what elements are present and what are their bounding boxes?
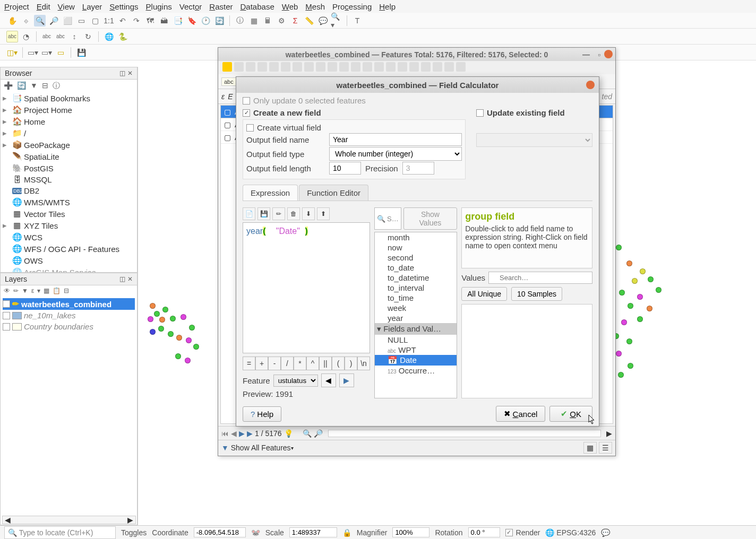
close-icon[interactable]: ✕ <box>127 69 133 77</box>
new-bookmark-icon[interactable]: 📑 <box>172 15 184 27</box>
coordinate-input[interactable] <box>194 527 246 537</box>
update-existing-check[interactable]: Update existing field <box>476 108 592 117</box>
values-search[interactable] <box>488 272 592 284</box>
add-icon[interactable]: ➕ <box>4 81 13 91</box>
export-icon[interactable]: ⬆ <box>317 207 330 220</box>
tab-function-editor[interactable]: Function Editor <box>299 185 368 201</box>
menu-processing[interactable]: Processing <box>332 2 372 11</box>
values-list[interactable] <box>461 304 592 398</box>
new-map-icon[interactable]: 🗺 <box>144 15 156 27</box>
op-minus[interactable]: - <box>268 357 281 370</box>
undock-icon[interactable]: ◫ <box>119 69 125 77</box>
hide-label-icon[interactable]: abc <box>55 31 66 42</box>
rotate-label-icon[interactable]: ↻ <box>82 31 94 42</box>
select-icon[interactable]: ◫▾ <box>6 47 18 58</box>
highlight-icon[interactable]: 💡 <box>284 429 293 438</box>
op-mul[interactable]: * <box>294 357 306 370</box>
main-menubar[interactable]: Project Edit View Layer Settings Plugins… <box>0 0 756 13</box>
layers-tree[interactable]: ✓ ✏ waterbeetles_combined ne_10m_lakes C… <box>0 296 138 525</box>
menu-web[interactable]: Web <box>282 2 298 11</box>
edit-icon[interactable] <box>222 62 232 72</box>
op-eq[interactable]: = <box>243 357 255 370</box>
menu-view[interactable]: View <box>58 2 75 11</box>
function-tree[interactable]: month now second to_date to_datetime to_… <box>374 232 457 398</box>
new-3d-icon[interactable]: 🏔 <box>158 15 170 27</box>
op-div[interactable]: / <box>281 357 294 370</box>
func-item[interactable]: week <box>375 303 457 313</box>
field-item[interactable]: abc WPT <box>375 345 457 355</box>
scrollbar[interactable] <box>328 430 601 437</box>
pan-icon[interactable]: ✋ <box>6 15 18 27</box>
zoom-next-icon[interactable]: ↷ <box>131 15 142 27</box>
menu-database[interactable]: Database <box>240 2 274 11</box>
text-annotation-icon[interactable]: T <box>351 15 363 27</box>
cancel-button[interactable]: ✖Cancel <box>496 406 546 422</box>
op-plus[interactable]: + <box>255 357 268 370</box>
menu-help[interactable]: Help <box>379 2 396 11</box>
zoom-last-icon[interactable]: ↶ <box>117 15 128 27</box>
clear-icon[interactable]: 📄 <box>243 207 255 220</box>
label-icon[interactable]: abc <box>6 31 18 42</box>
delete-expr-icon[interactable]: 🗑 <box>287 207 300 220</box>
pin-label-icon[interactable]: abc <box>41 31 53 42</box>
locate-input[interactable]: 🔍 Type to locate (Ctrl+K) <box>4 526 116 539</box>
menu-vector[interactable]: Vector <box>179 2 202 11</box>
measure-icon[interactable]: 📏 <box>303 15 315 27</box>
rotation-input[interactable] <box>468 527 500 537</box>
osm-icon[interactable]: 🌐 <box>103 31 115 42</box>
crs-button[interactable]: 🌐 EPSG:4326 <box>545 528 596 537</box>
layer-item[interactable]: ne_10m_lakes <box>3 310 135 321</box>
diagram-icon[interactable]: ◔ <box>20 31 32 42</box>
func-item[interactable]: second <box>375 253 457 263</box>
op-pow[interactable]: ^ <box>306 357 319 370</box>
ten-samples-button[interactable]: 10 Samples <box>511 287 562 301</box>
next-icon[interactable]: ▶ <box>247 429 253 438</box>
save-edits-icon[interactable]: 💾 <box>75 47 87 58</box>
magnifier-input[interactable] <box>392 527 429 537</box>
func-item[interactable]: to_date <box>375 263 457 273</box>
messages-icon[interactable]: 💬 <box>601 528 610 537</box>
output-field-name-input[interactable] <box>329 133 462 146</box>
temporal-icon[interactable]: 🕐 <box>200 15 211 27</box>
browser-tree[interactable]: ▸📑Spatial Bookmarks ▸🏠Project Home ▸🏠Hom… <box>0 92 138 273</box>
zoom-to-icon[interactable]: 🔍 <box>303 429 312 438</box>
create-virtual-check[interactable]: Create virtual field <box>246 123 462 132</box>
close-icon[interactable] <box>604 50 613 58</box>
op-concat[interactable]: || <box>319 357 332 370</box>
dialog-titlebar[interactable]: waterbeetles_combined — Field Calculator <box>236 77 599 93</box>
zoom-selection-icon[interactable]: ▭ <box>75 15 87 27</box>
play-icon[interactable]: ▶ <box>239 429 245 438</box>
import-icon[interactable]: ⬇ <box>302 207 315 220</box>
zoom-out-icon[interactable]: 🔎 <box>48 15 59 27</box>
next-feature-button[interactable]: ▶ <box>339 373 354 387</box>
select-value-icon[interactable]: ▭▾ <box>27 47 39 58</box>
close-icon[interactable] <box>586 81 595 89</box>
extents-icon[interactable]: 🐭 <box>251 528 260 537</box>
prev-feature-button[interactable]: ◀ <box>321 373 336 387</box>
nominatim-icon[interactable]: 🔍▾ <box>331 15 342 27</box>
field-calc-icon[interactable]: 🖩 <box>262 15 273 27</box>
field-item-selected[interactable]: 📅 Date <box>375 355 457 366</box>
layer-item[interactable]: ✓ ✏ waterbeetles_combined <box>3 298 135 310</box>
feature-select[interactable]: ustulatus <box>273 375 318 387</box>
output-field-type-select[interactable]: Whole number (integer) <box>329 147 462 161</box>
layer-item[interactable]: Country boundaries <box>3 321 135 332</box>
func-item[interactable]: year <box>375 313 457 323</box>
deselect-icon[interactable]: ▭▾ <box>41 47 53 58</box>
undock-icon[interactable]: ◫ <box>119 275 125 283</box>
lock-icon[interactable]: 🔒 <box>342 528 351 537</box>
func-item[interactable]: to_time <box>375 293 457 303</box>
op-lparen[interactable]: ( <box>332 357 345 370</box>
prev-icon[interactable]: ◀ <box>231 429 237 438</box>
show-bookmarks-icon[interactable]: 🔖 <box>186 15 197 27</box>
scale-input[interactable] <box>289 527 337 537</box>
identify-icon[interactable]: ⓘ <box>234 15 246 27</box>
refresh-icon[interactable]: 🔄 <box>17 81 26 91</box>
pan-selection-icon[interactable]: ⟐ <box>20 15 32 27</box>
save-expr-icon[interactable]: 💾 <box>257 207 270 220</box>
menu-settings[interactable]: Settings <box>109 2 138 11</box>
menu-edit[interactable]: Edit <box>37 2 50 11</box>
stats-icon[interactable]: Σ <box>289 15 301 27</box>
attribute-table-icon[interactable]: ▦ <box>248 15 260 27</box>
reload-icon[interactable] <box>257 62 267 72</box>
